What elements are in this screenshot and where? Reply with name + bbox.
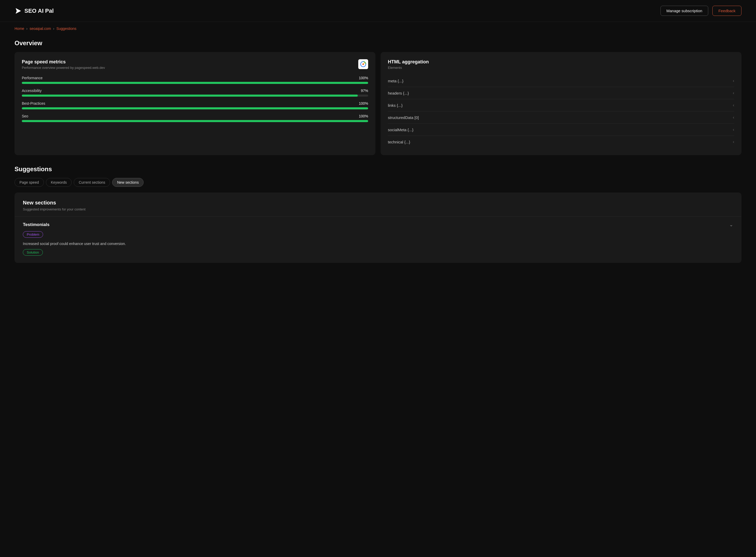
element-row[interactable]: technical {...} ‹ xyxy=(388,136,734,148)
metric-row: Performance 100% xyxy=(22,76,368,84)
metrics-container: Performance 100% Accessibility 97% Best-… xyxy=(22,76,368,122)
element-label: technical {...} xyxy=(388,140,410,144)
logo: SEO AI Pal xyxy=(14,7,54,14)
element-label: links {...} xyxy=(388,103,403,108)
suggestions-card: New sections Suggested improvements for … xyxy=(14,193,742,263)
pagespeed-card-title: Page speed metrics xyxy=(22,59,105,65)
metric-progress-fill xyxy=(22,94,358,97)
pagespeed-card-header: Page speed metrics Performance overview … xyxy=(22,59,368,69)
breadcrumb-sep-1: › xyxy=(26,27,28,31)
feedback-button[interactable]: Feedback xyxy=(713,6,742,16)
metric-label: Best-Practices xyxy=(22,101,45,106)
problem-badge: Problem xyxy=(23,231,43,238)
manage-subscription-button[interactable]: Manage subscription xyxy=(660,6,708,16)
testimonials-title: Testimonials xyxy=(23,222,50,227)
app-name: SEO AI Pal xyxy=(24,7,54,14)
metric-progress-fill xyxy=(22,107,368,109)
main-content: Overview Page speed metrics Performance … xyxy=(0,33,756,273)
tab-current-sections[interactable]: Current sections xyxy=(74,178,110,187)
element-chevron-icon: ‹ xyxy=(733,115,734,120)
metric-label-row: Best-Practices 100% xyxy=(22,101,368,106)
metric-progress-fill xyxy=(22,120,368,122)
metric-row: Seo 100% xyxy=(22,114,368,122)
logo-icon xyxy=(14,7,22,14)
tabs-row: Page speedKeywordsCurrent sectionsNew se… xyxy=(14,178,742,187)
element-label: structuredData [0] xyxy=(388,115,419,120)
html-agg-title: HTML aggregation xyxy=(388,59,734,65)
metric-progress-bar xyxy=(22,107,368,109)
testimonials-row[interactable]: Testimonials ⌄ xyxy=(23,217,733,228)
tab-keywords[interactable]: Keywords xyxy=(46,178,72,187)
pagespeed-svg xyxy=(359,60,367,68)
html-agg-subtitle: Elements xyxy=(388,66,734,69)
metric-progress-bar xyxy=(22,94,368,97)
metric-progress-bar xyxy=(22,82,368,84)
metric-label-row: Performance 100% xyxy=(22,76,368,80)
element-chevron-icon: ‹ xyxy=(733,140,734,144)
html-aggregation-card: HTML aggregation Elements meta {...} ‹ h… xyxy=(381,52,742,155)
header-actions: Manage subscription Feedback xyxy=(660,6,742,16)
breadcrumb-sep-2: › xyxy=(53,27,55,31)
metric-value: 100% xyxy=(359,101,368,106)
suggestions-title: Suggestions xyxy=(14,166,742,173)
element-chevron-icon: ‹ xyxy=(733,79,734,83)
element-label: headers {...} xyxy=(388,91,409,95)
element-chevron-icon: ‹ xyxy=(733,127,734,132)
elements-container: meta {...} ‹ headers {...} ‹ links {...}… xyxy=(388,75,734,148)
pagespeed-icon xyxy=(358,59,368,69)
element-chevron-icon: ‹ xyxy=(733,91,734,95)
pagespeed-card: Page speed metrics Performance overview … xyxy=(14,52,375,155)
tab-new-sections[interactable]: New sections xyxy=(112,178,144,187)
element-row[interactable]: headers {...} ‹ xyxy=(388,87,734,99)
element-row[interactable]: socialMeta {...} ‹ xyxy=(388,124,734,136)
element-chevron-icon: ‹ xyxy=(733,103,734,108)
element-row[interactable]: meta {...} ‹ xyxy=(388,75,734,87)
overview-grid: Page speed metrics Performance overview … xyxy=(14,52,742,155)
problem-text: Increased social proof could enhance use… xyxy=(23,241,733,246)
suggestions-card-subtitle: Suggested improvements for your content xyxy=(23,207,733,211)
element-row[interactable]: structuredData [0] ‹ xyxy=(388,112,734,124)
pagespeed-card-subtitle: Performance overview powered by pagespee… xyxy=(22,66,105,69)
metric-progress-bar xyxy=(22,120,368,122)
suggestions-section: Suggestions Page speedKeywordsCurrent se… xyxy=(14,166,742,263)
metric-label: Performance xyxy=(22,76,42,80)
element-row[interactable]: links {...} ‹ xyxy=(388,99,734,112)
tab-page-speed[interactable]: Page speed xyxy=(14,178,44,187)
metric-row: Best-Practices 100% xyxy=(22,101,368,109)
suggestions-card-title: New sections xyxy=(23,200,733,206)
metric-value: 100% xyxy=(359,76,368,80)
breadcrumb-current: Suggestions xyxy=(56,27,76,31)
header: SEO AI Pal Manage subscription Feedback xyxy=(0,0,756,22)
overview-title: Overview xyxy=(14,39,742,47)
pagespeed-card-info: Page speed metrics Performance overview … xyxy=(22,59,105,69)
metric-label-row: Accessibility 97% xyxy=(22,89,368,93)
testimonials-content: Problem Increased social proof could enh… xyxy=(23,228,733,256)
breadcrumb: Home › seoaipal.com › Suggestions xyxy=(0,22,756,33)
element-label: meta {...} xyxy=(388,79,404,83)
solution-badge: Solution xyxy=(23,249,43,256)
metric-label-row: Seo 100% xyxy=(22,114,368,118)
element-label: socialMeta {...} xyxy=(388,127,413,132)
metric-label: Accessibility xyxy=(22,89,41,93)
breadcrumb-site[interactable]: seoaipal.com xyxy=(30,27,51,31)
breadcrumb-home[interactable]: Home xyxy=(14,27,24,31)
metric-label: Seo xyxy=(22,114,28,118)
testimonials-chevron-icon: ⌄ xyxy=(729,222,733,228)
metric-row: Accessibility 97% xyxy=(22,89,368,97)
metric-progress-fill xyxy=(22,82,368,84)
metric-value: 97% xyxy=(361,89,368,93)
metric-value: 100% xyxy=(359,114,368,118)
